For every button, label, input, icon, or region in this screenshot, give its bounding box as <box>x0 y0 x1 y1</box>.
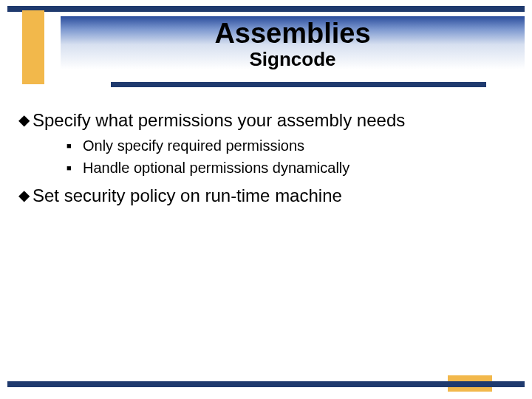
bullet-level1: ◆ Specify what permissions your assembly… <box>15 109 517 132</box>
square-bullet-icon: ■ <box>66 163 83 173</box>
gold-accent-top <box>22 10 44 84</box>
slide: Assemblies Signcode ◆ Specify what permi… <box>0 0 532 399</box>
bullet-level2: ■ Handle optional permissions dynamicall… <box>66 158 517 177</box>
slide-body: ◆ Specify what permissions your assembly… <box>15 103 517 211</box>
bottom-rule <box>7 381 525 387</box>
bullet-text: Specify what permissions your assembly n… <box>33 109 405 132</box>
bullet-text: Handle optional permissions dynamically <box>83 158 349 177</box>
header-underline <box>111 82 486 87</box>
bullet-level2: ■ Only specify required permissions <box>66 136 517 155</box>
bullet-level1: ◆ Set security policy on run-time machin… <box>15 185 517 207</box>
square-bullet-icon: ■ <box>66 140 83 151</box>
diamond-bullet-icon: ◆ <box>15 186 33 205</box>
slide-subtitle: Signcode <box>61 49 525 70</box>
bullet-text: Only specify required permissions <box>83 136 304 155</box>
header: Assemblies Signcode <box>61 16 525 87</box>
slide-title: Assemblies <box>61 19 525 49</box>
top-rule <box>7 6 525 12</box>
diamond-bullet-icon: ◆ <box>15 111 33 129</box>
sub-bullet-list: ■ Only specify required permissions ■ Ha… <box>66 136 517 177</box>
bullet-text: Set security policy on run-time machine <box>33 185 342 207</box>
